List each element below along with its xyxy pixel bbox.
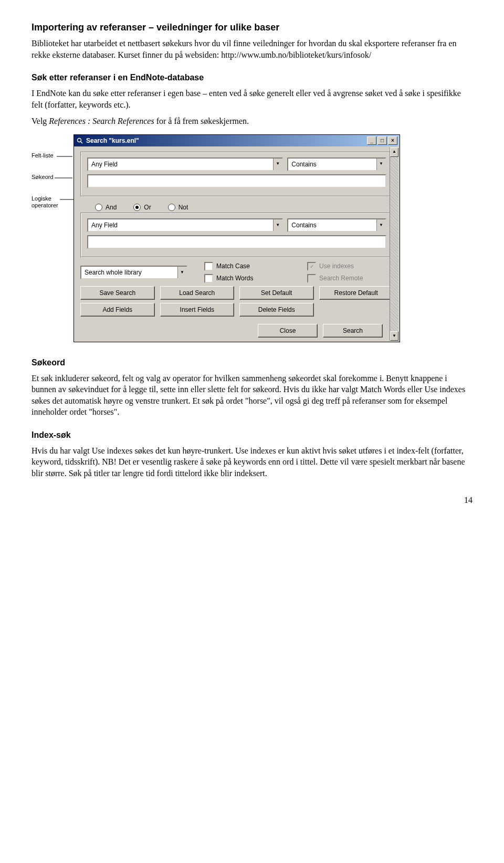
checkbox-box: ✓ bbox=[307, 262, 316, 271]
load-search-button[interactable]: Load Search bbox=[160, 286, 235, 300]
heading-import: Importering av referanser – veiledninger… bbox=[32, 21, 472, 34]
save-search-button[interactable]: Save Search bbox=[80, 286, 155, 300]
svg-line-4 bbox=[81, 142, 82, 143]
scroll-track[interactable] bbox=[390, 157, 398, 331]
checkbox-box bbox=[307, 274, 316, 283]
close-button[interactable]: Close bbox=[258, 324, 318, 338]
minimize-button[interactable]: _ bbox=[367, 136, 376, 145]
close-window-button[interactable]: × bbox=[388, 136, 397, 145]
radio-not[interactable]: Not bbox=[168, 203, 188, 212]
delete-fields-button[interactable]: Delete Fields bbox=[239, 303, 314, 317]
text-fragment: for å få frem søkeskjermen. bbox=[154, 117, 249, 125]
radio-label: Not bbox=[178, 203, 188, 212]
criteria-group-1: Any Field ▼ Contains ▼ bbox=[80, 152, 393, 197]
para-search-db: I EndNote kan du søke etter referanser i… bbox=[32, 88, 472, 110]
radio-dot bbox=[95, 204, 102, 211]
window-client-area: Any Field ▼ Contains ▼ And Or Not bbox=[74, 146, 400, 342]
arrow-line bbox=[60, 197, 74, 202]
screenshot-region: Felt-liste Søkeord Logiske operatorer Se… bbox=[32, 134, 472, 342]
para-instruction: Velg References : Search References for … bbox=[32, 115, 472, 127]
callout-logiske: Logiske operatorer bbox=[32, 195, 74, 209]
heading-search-db: Søk etter referanser i en EndNote-databa… bbox=[32, 72, 472, 83]
options-row: Search whole library ▼ Match Case Match … bbox=[80, 262, 393, 283]
checkbox-box bbox=[204, 262, 213, 271]
page-number: 14 bbox=[32, 494, 472, 506]
scroll-up-icon[interactable]: ▲ bbox=[390, 148, 398, 157]
window-title: Search "kurs.enl" bbox=[86, 136, 139, 145]
add-fields-button[interactable]: Add Fields bbox=[80, 303, 155, 317]
scroll-down-icon[interactable]: ▼ bbox=[390, 331, 398, 341]
arrow-line bbox=[55, 176, 72, 180]
checkbox-label: Search Remote bbox=[319, 274, 363, 282]
radio-or[interactable]: Or bbox=[133, 203, 151, 212]
search-term-input-1[interactable] bbox=[87, 174, 386, 188]
chevron-down-icon[interactable]: ▼ bbox=[177, 267, 186, 278]
field-combo-1[interactable]: Any Field ▼ bbox=[87, 157, 283, 171]
checkbox-match-case[interactable]: Match Case bbox=[204, 262, 290, 271]
checkbox-match-words[interactable]: Match Words bbox=[204, 274, 290, 283]
search-window: Search "kurs.enl" _ □ × Any Field ▼ Cont… bbox=[74, 134, 400, 342]
checkbox-search-remote: Search Remote bbox=[307, 274, 393, 283]
checkbox-box bbox=[204, 274, 213, 283]
callout-text: Søkeord bbox=[32, 174, 54, 180]
menu-path: References : Search References bbox=[49, 117, 154, 125]
combo-value: Contains bbox=[288, 160, 376, 169]
callout-labels: Felt-liste Søkeord Logiske operatorer bbox=[32, 134, 74, 224]
set-default-button[interactable]: Set Default bbox=[239, 286, 314, 300]
heading-index: Index-søk bbox=[32, 429, 472, 441]
scope-combo[interactable]: Search whole library ▼ bbox=[80, 266, 187, 279]
checkbox-label: Use indexes bbox=[319, 262, 354, 270]
chevron-down-icon[interactable]: ▼ bbox=[376, 219, 385, 231]
radio-label: Or bbox=[144, 203, 151, 212]
combo-value: Contains bbox=[288, 221, 376, 229]
checkbox-use-indexes: ✓Use indexes bbox=[307, 262, 393, 271]
maximize-button[interactable]: □ bbox=[377, 136, 387, 145]
combo-value: Any Field bbox=[88, 221, 273, 229]
text-fragment: Velg bbox=[32, 117, 49, 125]
logic-operator-row: And Or Not bbox=[80, 201, 393, 213]
button-row-1: Save Search Load Search Set Default Rest… bbox=[80, 286, 393, 300]
chevron-down-icon[interactable]: ▼ bbox=[273, 159, 282, 170]
criteria-group-2: Any Field ▼ Contains ▼ bbox=[80, 213, 393, 258]
window-titlebar[interactable]: Search "kurs.enl" _ □ × bbox=[74, 135, 400, 146]
insert-fields-button[interactable]: Insert Fields bbox=[160, 303, 235, 317]
checkbox-label: Match Words bbox=[216, 274, 253, 282]
heading-sokeord: Søkeord bbox=[32, 357, 472, 369]
search-button[interactable]: Search bbox=[323, 324, 383, 338]
callout-text: Logiske operatorer bbox=[32, 195, 58, 208]
checkbox-label: Match Case bbox=[216, 262, 250, 270]
button-row-2: Add Fields Insert Fields Delete Fields bbox=[80, 303, 393, 317]
callout-sokeord: Søkeord bbox=[32, 174, 74, 181]
field-combo-2[interactable]: Any Field ▼ bbox=[87, 218, 283, 232]
search-icon bbox=[76, 137, 83, 144]
chevron-down-icon[interactable]: ▼ bbox=[376, 159, 385, 170]
bottom-button-row: Close Search bbox=[80, 324, 393, 338]
operator-combo-2[interactable]: Contains ▼ bbox=[287, 218, 386, 232]
para-sokeord: Et søk inkluderer søkeord, felt og valg … bbox=[32, 373, 472, 418]
radio-dot bbox=[133, 204, 141, 211]
para-import: Biblioteket har utarbeidet et nettbasert… bbox=[32, 38, 472, 60]
combo-value: Any Field bbox=[88, 160, 273, 169]
callout-text: Felt-liste bbox=[32, 152, 54, 159]
chevron-down-icon[interactable]: ▼ bbox=[273, 219, 282, 231]
callout-feltliste: Felt-liste bbox=[32, 152, 74, 159]
radio-label: And bbox=[106, 203, 117, 212]
search-term-input-2[interactable] bbox=[87, 235, 386, 249]
vertical-scrollbar[interactable]: ▲ ▼ bbox=[390, 148, 398, 341]
svg-point-3 bbox=[78, 138, 81, 142]
combo-value: Search whole library bbox=[81, 268, 177, 277]
operator-combo-1[interactable]: Contains ▼ bbox=[287, 157, 386, 171]
radio-dot bbox=[168, 204, 175, 211]
restore-default-button[interactable]: Restore Default bbox=[319, 286, 394, 300]
para-index: Hvis du har valgt Use indexes søkes det … bbox=[32, 445, 472, 479]
radio-and[interactable]: And bbox=[95, 203, 117, 212]
arrow-line bbox=[57, 154, 72, 159]
